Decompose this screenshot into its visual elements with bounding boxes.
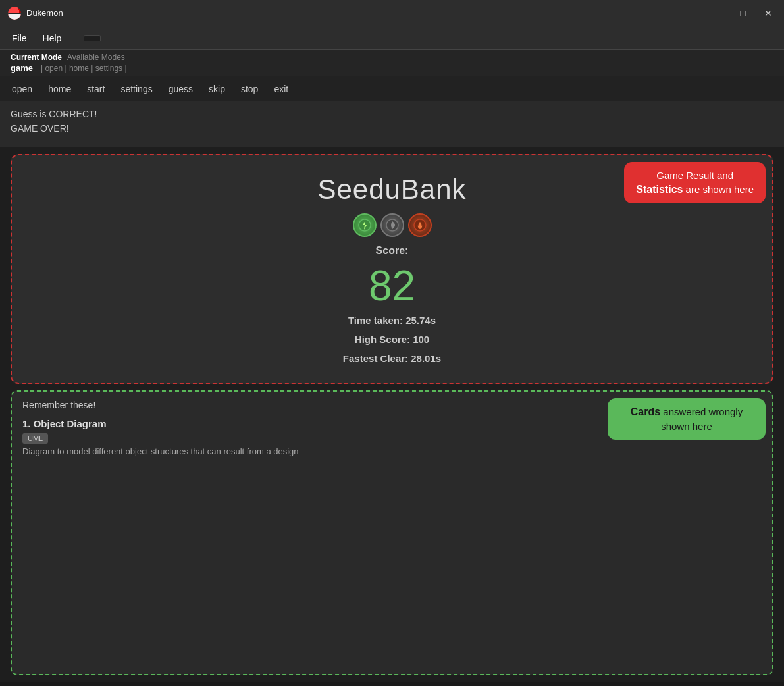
guess-button[interactable]: guess (167, 81, 194, 97)
open-button[interactable]: open (11, 81, 34, 97)
mode-bar: Current Mode Available Modes game | open… (0, 50, 784, 76)
app-icon (8, 7, 21, 20)
close-button[interactable]: ✕ (760, 7, 776, 20)
annotation-red-text: Game Result and Statistics are shown her… (636, 170, 754, 195)
score-label: Score: (376, 245, 409, 257)
card-number: 1. (22, 418, 31, 429)
maximize-button[interactable]: □ (737, 7, 750, 20)
settings-button[interactable]: settings (119, 81, 153, 97)
annotation-red-part1: Game Result and (656, 170, 733, 181)
annotation-green-bold: Cards (631, 406, 660, 417)
card-title: Object Diagram (34, 418, 107, 429)
status-line1: Guess is CORRECT! (11, 107, 773, 121)
annotation-red-bold: Statistics (636, 184, 683, 195)
window-controls: — □ ✕ (709, 7, 776, 20)
card-description: Diagram to model different object struct… (22, 446, 762, 456)
app-title: Dukemon (26, 8, 63, 18)
wrong-cards-panel: Cards answered wrongly shown here Rememb… (11, 390, 773, 675)
status-line2: GAME OVER! (11, 121, 773, 136)
annotation-green-text: Cards answered wrongly shown here (631, 406, 743, 432)
status-bar: Guess is CORRECT! GAME OVER! (0, 101, 784, 147)
game-result-panel: Game Result and Statistics are shown her… (11, 154, 773, 384)
available-modes-label: Available Modes (67, 53, 125, 62)
minimize-button[interactable]: — (709, 7, 726, 20)
start-button[interactable]: start (86, 81, 106, 97)
stop-button[interactable]: stop (240, 81, 259, 97)
menu-help[interactable]: Help (36, 30, 68, 46)
svg-point-0 (359, 219, 371, 231)
current-mode-label: Current Mode (11, 53, 62, 62)
exit-button[interactable]: exit (273, 81, 290, 97)
fire-icon (408, 213, 432, 237)
main-content: Game Result and Statistics are shown her… (0, 147, 784, 682)
game-title: SeeduBank (317, 174, 466, 205)
fastest-clear: Fastest Clear: 28.01s (343, 353, 441, 364)
annotation-red: Game Result and Statistics are shown her… (624, 162, 766, 203)
home-button[interactable]: home (47, 81, 72, 97)
annotation-green: Cards answered wrongly shown here (608, 398, 766, 440)
menu-file[interactable]: File (5, 30, 34, 46)
score-value: 82 (369, 265, 415, 307)
card-tag: UML (22, 433, 48, 444)
menu-bar: File Help (0, 26, 784, 50)
electric-icon (353, 213, 377, 237)
dark-icon (380, 213, 404, 237)
mode-links: | open | home | settings | (41, 64, 127, 73)
title-bar: Dukemon — □ ✕ (0, 0, 784, 26)
annotation-red-part2: are shown here (686, 184, 754, 195)
current-mode-value: game (11, 63, 33, 73)
pokemon-icons-row (353, 213, 432, 237)
title-bar-left: Dukemon (8, 7, 63, 20)
menu-inactive-tab (84, 35, 101, 41)
mode-row2: game | open | home | settings | (11, 63, 773, 73)
annotation-green-rest: answered wrongly shown here (661, 406, 743, 432)
toolbar: open home start settings guess skip stop… (0, 76, 784, 101)
high-score: High Score: 100 (355, 334, 429, 345)
mode-separator (140, 70, 773, 70)
mode-row1: Current Mode Available Modes (11, 53, 773, 62)
time-taken: Time taken: 25.74s (348, 315, 436, 326)
skip-button[interactable]: skip (207, 81, 226, 97)
